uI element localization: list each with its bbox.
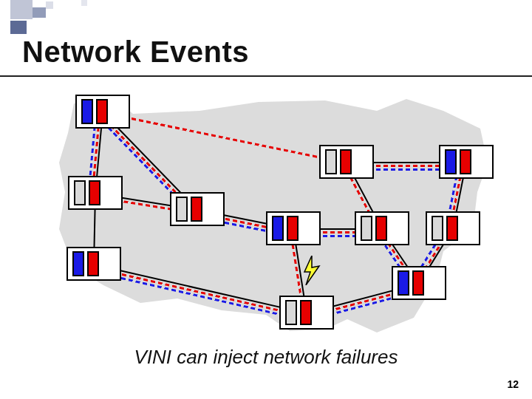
node-bar <box>361 216 372 241</box>
node-bar <box>340 149 352 174</box>
node-bar <box>460 149 471 174</box>
node-bar <box>287 216 299 241</box>
node-bar <box>96 99 108 124</box>
node-seattle <box>75 95 130 129</box>
lightning-bolt-icon <box>301 256 321 285</box>
caption-text: VINI can inject network failures <box>0 346 532 369</box>
node-bar <box>89 180 100 205</box>
corner-decoration <box>0 0 89 37</box>
node-la <box>66 247 121 281</box>
node-sf <box>68 176 123 210</box>
node-bar <box>300 300 312 325</box>
node-bar <box>445 149 457 174</box>
node-kansas <box>266 211 321 245</box>
node-bar <box>432 216 443 241</box>
page-number: 12 <box>507 378 519 390</box>
node-ny <box>439 145 494 179</box>
page-title: Network Events <box>22 35 249 69</box>
node-bar <box>375 216 387 241</box>
node-bar <box>87 251 99 276</box>
node-bar <box>191 197 202 222</box>
node-houston <box>279 296 334 330</box>
node-bar <box>81 99 93 124</box>
svg-marker-0 <box>304 256 319 285</box>
node-bar <box>176 197 188 222</box>
node-bar <box>272 216 284 241</box>
node-atlanta <box>392 266 446 300</box>
node-bar <box>72 251 84 276</box>
node-dc <box>426 211 480 245</box>
node-chicago <box>319 145 374 179</box>
node-denver <box>170 192 225 226</box>
node-bar <box>446 216 458 241</box>
node-bar <box>398 270 409 296</box>
diagram-stage <box>30 81 502 347</box>
node-indy <box>355 211 409 245</box>
node-bar <box>325 149 337 174</box>
title-divider <box>0 75 532 77</box>
node-bar <box>74 180 86 205</box>
node-bar <box>412 270 424 296</box>
node-bar <box>285 300 297 325</box>
